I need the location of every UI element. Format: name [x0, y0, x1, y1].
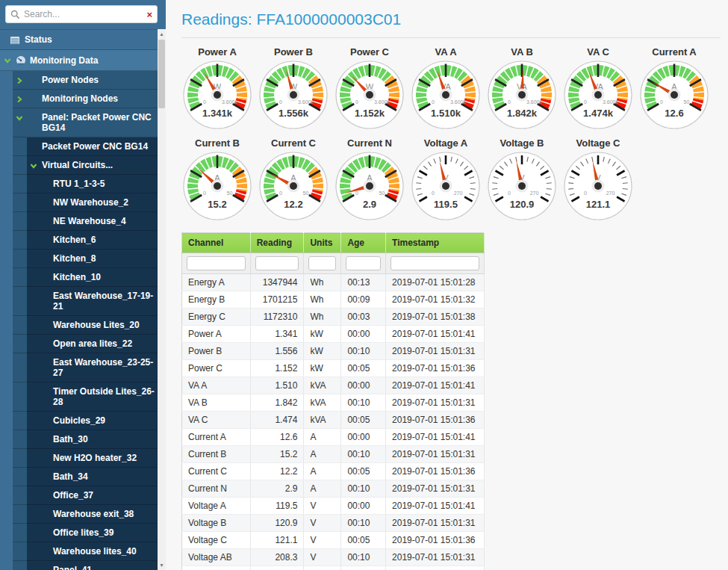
- sidebar-item-kitchen-6[interactable]: Kitchen_6: [13, 231, 158, 250]
- sidebar-item-label: Power Nodes: [42, 71, 102, 89]
- gauge-min-label: 0: [279, 190, 282, 196]
- sidebar-item-cubicles-29[interactable]: Cubicles_29: [13, 412, 158, 430]
- table-row-va-a[interactable]: VA A1.510kVA00:002019-07-01 15:01:41: [182, 377, 485, 394]
- table-row-voltage-a[interactable]: Voltage A119.5V00:002019-07-01 15:01:41: [182, 498, 485, 515]
- table-row-current-a[interactable]: Current A12.6A00:002019-07-01 15:01:41: [182, 429, 485, 446]
- filter-input-age[interactable]: [346, 256, 381, 270]
- table-row-current-b[interactable]: Current B15.2A00:102019-07-01 15:01:31: [182, 446, 485, 463]
- sidebar-item-status[interactable]: Status: [0, 29, 158, 50]
- sidebar-item-east-warehouse-23-25-27[interactable]: East Warehouse_23-25-27: [13, 353, 158, 382]
- filter-input-channel[interactable]: [187, 256, 246, 270]
- sidebar-item-warehouse-lites-20[interactable]: Warehouse Lites_20: [13, 316, 158, 335]
- gauge-va-c: VA CVA03.600k1.474k: [562, 46, 634, 134]
- gauge-dial: V0270119.5: [410, 150, 482, 222]
- sidebar-item-bath-30[interactable]: Bath_30: [13, 430, 158, 449]
- sidebar-scrollbar[interactable]: ▲ ▼: [158, 29, 166, 570]
- sidebar-item-bath-34[interactable]: Bath_34: [13, 468, 158, 486]
- col-header-units[interactable]: Units: [304, 233, 341, 253]
- sidebar-item-kitchen-10[interactable]: Kitchen_10: [13, 268, 158, 287]
- gauge-label: Voltage C: [562, 137, 634, 150]
- chevron-right-icon[interactable]: [16, 96, 23, 103]
- search-clear-icon[interactable]: ×: [143, 10, 152, 19]
- table-row-va-b[interactable]: VA B1.842kVA00:102019-07-01 15:01:31: [182, 394, 485, 412]
- col-header-channel[interactable]: Channel: [182, 233, 251, 253]
- sidebar-item-warehouse-lites-40[interactable]: Warehouse lites_40: [13, 542, 158, 561]
- units-cell: kVA: [304, 394, 341, 412]
- sidebar-item-label: Warehouse lites_40: [53, 542, 140, 560]
- table-row-voltage-ab[interactable]: Voltage AB208.3V00:102019-07-01 15:01:31: [182, 549, 485, 566]
- sidebar-item-warehouse-exit-38[interactable]: Warehouse exit_38: [13, 505, 158, 524]
- gauge-dial: A05012.6: [638, 59, 710, 131]
- table-row-energy-a[interactable]: Energy A1347944Wh00:132019-07-01 15:01:2…: [182, 274, 485, 291]
- reading-cell: 1.556: [250, 343, 304, 360]
- sidebar-item-timer-outside-lites-26-28[interactable]: Timer Outside Lites_26-28: [13, 382, 158, 412]
- sidebar-search: ×: [0, 0, 166, 29]
- table-row-voltage-bc[interactable]: Voltage BC209.6V00:102019-07-01 15:01:31: [182, 566, 485, 570]
- gauge-value: 1.556k: [279, 108, 309, 119]
- gauge-hub: [442, 182, 449, 190]
- table-row-power-a[interactable]: Power A1.341kW00:002019-07-01 15:01:41: [182, 326, 485, 343]
- col-header-timestamp[interactable]: Timestamp: [386, 233, 485, 253]
- table-row-energy-b[interactable]: Energy B1701215Wh00:092019-07-01 15:01:3…: [182, 291, 485, 309]
- sidebar-item-rtu-1-1-3-5[interactable]: RTU 1_1-3-5: [13, 175, 158, 193]
- chevron-down-icon[interactable]: [4, 57, 11, 64]
- sidebar-item-monitoring-nodes[interactable]: Monitoring Nodes: [13, 90, 158, 108]
- gauge-dial: VA03.600k1.842k: [486, 59, 558, 131]
- sidebar-item-panel-packet-power-cnc-bg14[interactable]: Panel: Packet Power CNC BG14: [13, 108, 158, 137]
- chevron-down-icon[interactable]: [30, 162, 37, 170]
- table-row-voltage-b[interactable]: Voltage B120.9V00:102019-07-01 15:01:31: [182, 515, 485, 532]
- sidebar-item-open-area-lites-22[interactable]: Open area lites_22: [13, 335, 158, 353]
- table-row-va-c[interactable]: VA C1.474kVA00:052019-07-01 15:01:36: [182, 412, 485, 429]
- gauge-max-label: 270: [530, 190, 539, 196]
- filter-input-units[interactable]: [308, 256, 336, 270]
- sidebar-item-ne-warehouse-4[interactable]: NE Warehouse_4: [13, 212, 158, 231]
- sidebar-item-kitchen-8[interactable]: Kitchen_8: [13, 250, 158, 268]
- filter-input-timestamp[interactable]: [391, 256, 479, 270]
- sidebar-item-nw-warehouse-2[interactable]: NW Warehouse_2: [13, 193, 158, 212]
- filter-cell-units: [304, 253, 341, 274]
- gauge-dial: W03.600k1.152k: [334, 59, 405, 131]
- table-row-energy-c[interactable]: Energy C1172310Wh00:032019-07-01 15:01:3…: [182, 309, 485, 326]
- chevron-down-icon[interactable]: [16, 114, 23, 122]
- filter-input-reading[interactable]: [255, 256, 299, 270]
- gauge-min-label: 0: [203, 190, 206, 196]
- table-row-power-b[interactable]: Power B1.556kW00:102019-07-01 15:01:31: [182, 343, 485, 360]
- gauge-row-1: Power AW03.600k1.341kPower BW03.600k1.55…: [181, 46, 721, 134]
- search-box[interactable]: ×: [5, 5, 158, 23]
- sidebar-item-virtual-circuits[interactable]: Virtual Circuits...: [13, 156, 158, 175]
- timestamp-cell: 2019-07-01 15:01:41: [386, 498, 485, 515]
- units-cell: kVA: [304, 377, 341, 394]
- gauge-voltage-c: Voltage CV0270121.1: [562, 137, 634, 225]
- sidebar-item-monitoring-data[interactable]: Monitoring Data: [0, 50, 158, 71]
- sidebar-item-new-h2o-heater-32[interactable]: New H2O heater_32: [13, 449, 158, 468]
- table-row-current-n[interactable]: Current N2.9A00:102019-07-01 15:01:31: [182, 480, 485, 498]
- table-row-current-c[interactable]: Current C12.2A00:052019-07-01 15:01:36: [182, 463, 485, 480]
- sidebar-item-label: NW Warehouse_2: [53, 193, 131, 211]
- sidebar-item-packet-power-cnc-bg14[interactable]: Packet Power CNC BG14: [13, 137, 158, 156]
- reading-cell: 12.2: [250, 463, 304, 480]
- sidebar-item-office-37[interactable]: Office_37: [13, 486, 158, 505]
- search-input[interactable]: [24, 9, 143, 19]
- timestamp-cell: 2019-07-01 15:01:31: [386, 566, 485, 570]
- gauge-value: 1.341k: [202, 108, 233, 119]
- gauge-label: VA A: [410, 46, 482, 59]
- table-row-voltage-c[interactable]: Voltage C121.1V00:052019-07-01 15:01:36: [182, 532, 485, 549]
- chevron-right-icon[interactable]: [16, 77, 23, 84]
- sidebar-item-power-nodes[interactable]: Power Nodes: [13, 71, 158, 90]
- sidebar-item-east-warehouse-17-19-21[interactable]: East Warehouse_17-19-21: [13, 287, 158, 316]
- age-cell: 00:00: [341, 429, 386, 446]
- gauge-min-label: 0: [508, 99, 511, 105]
- scrollbar-up-icon[interactable]: ▲: [158, 29, 166, 39]
- scrollbar-down-icon[interactable]: ▼: [158, 560, 166, 570]
- table-row-power-c[interactable]: Power C1.152kW00:052019-07-01 15:01:36: [182, 360, 485, 377]
- gauge-value: 1.152k: [355, 108, 385, 119]
- channel-cell: Power C: [182, 360, 251, 377]
- sidebar-item-panel-41[interactable]: Panel_41: [13, 561, 158, 570]
- gauge-label: Voltage A: [410, 137, 482, 150]
- col-header-reading[interactable]: Reading: [250, 233, 304, 253]
- scrollbar-thumb[interactable]: [158, 40, 165, 108]
- gauge-label: Current A: [638, 46, 710, 59]
- sidebar-item-office-lites-39[interactable]: Office lites_39: [13, 524, 158, 542]
- gauge-max-label: 50: [303, 190, 309, 196]
- col-header-age[interactable]: Age: [341, 233, 386, 253]
